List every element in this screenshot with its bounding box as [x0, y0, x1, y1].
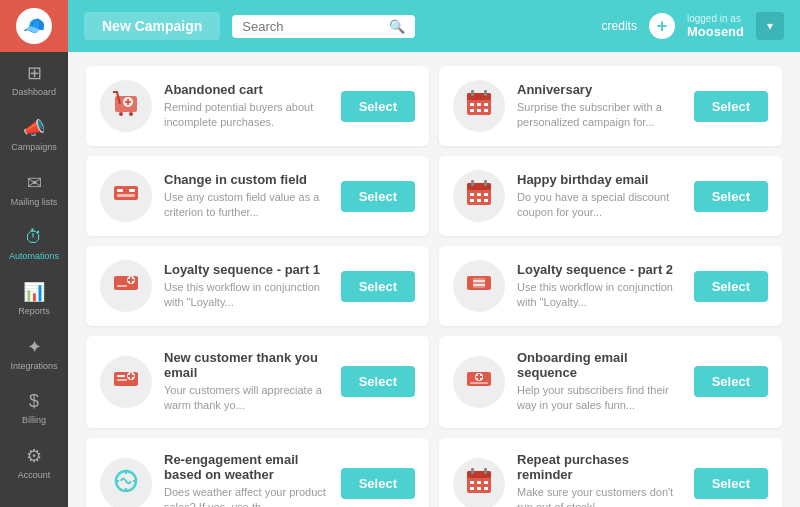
svg-rect-28 [477, 199, 481, 202]
abandoned-cart-title: Abandoned cart [164, 82, 329, 97]
anniversary-icon [464, 88, 494, 124]
loyalty-part2-text: Loyalty sequence - part 2 Use this workf… [517, 262, 682, 311]
search-input[interactable] [242, 19, 383, 34]
sidebar-item-dashboard[interactable]: ⊞ Dashboard [0, 52, 68, 107]
svg-rect-18 [117, 194, 135, 197]
logo-icon: 🧢 [16, 8, 52, 44]
sidebar-label-integrations: Integrations [10, 361, 57, 371]
loyalty-part2-icon [464, 268, 494, 304]
svg-rect-8 [471, 90, 474, 96]
happy-birthday-icon-wrap [453, 170, 505, 222]
repeat-purchases-text: Repeat purchases reminder Make sure your… [517, 452, 682, 507]
abandoned-cart-desc: Remind potential buyers about incomplete… [164, 100, 329, 131]
svg-rect-60 [477, 481, 481, 484]
campaign-card-reengagement: Re-engagement email based on weather Doe… [86, 438, 429, 507]
campaign-card-loyalty-part2: Loyalty sequence - part 2 Use this workf… [439, 246, 782, 326]
reengagement-title: Re-engagement email based on weather [164, 452, 329, 482]
svg-rect-49 [470, 382, 488, 384]
loyalty-part1-title: Loyalty sequence - part 1 [164, 262, 329, 277]
campaign-card-abandoned-cart: Abandoned cart Remind potential buyers a… [86, 66, 429, 146]
campaign-card-custom-field: Change in custom field Use any custom fi… [86, 156, 429, 236]
user-name: Moosend [687, 24, 744, 39]
campaign-card-loyalty-part1: Loyalty sequence - part 1 Use this workf… [86, 246, 429, 326]
main-content: New Campaign 🔍 credits + logged in as Mo… [68, 0, 800, 507]
page-title: New Campaign [84, 12, 220, 40]
loyalty-part2-select-button[interactable]: Select [694, 271, 768, 302]
onboarding-icon-wrap [453, 356, 505, 408]
svg-rect-17 [117, 189, 123, 192]
custom-field-icon [111, 178, 141, 214]
search-icon: 🔍 [389, 19, 405, 34]
svg-rect-62 [470, 487, 474, 490]
loyalty-part2-title: Loyalty sequence - part 2 [517, 262, 682, 277]
svg-rect-29 [484, 199, 488, 202]
sidebar-label-reports: Reports [18, 306, 50, 316]
new-customer-desc: Your customers will appreciate a warm th… [164, 383, 329, 414]
happy-birthday-icon [464, 178, 494, 214]
svg-point-2 [129, 112, 133, 116]
reports-icon: 📊 [23, 281, 45, 303]
user-info: logged in as Moosend [687, 13, 744, 39]
campaigns-icon: 📣 [23, 117, 45, 139]
svg-rect-36 [473, 278, 485, 288]
svg-rect-22 [471, 180, 474, 186]
sidebar-item-automations[interactable]: ⏱ Automations [0, 217, 68, 271]
onboarding-title: Onboarding email sequence [517, 350, 682, 380]
onboarding-text: Onboarding email sequence Help your subs… [517, 350, 682, 414]
onboarding-select-button[interactable]: Select [694, 366, 768, 397]
svg-rect-23 [484, 180, 487, 186]
svg-rect-25 [477, 193, 481, 196]
svg-rect-24 [470, 193, 474, 196]
svg-rect-14 [477, 109, 481, 112]
reengagement-text: Re-engagement email based on weather Doe… [164, 452, 329, 507]
custom-field-select-button[interactable]: Select [341, 181, 415, 212]
repeat-purchases-select-button[interactable]: Select [694, 468, 768, 499]
new-customer-text: New customer thank you email Your custom… [164, 350, 329, 414]
svg-rect-64 [484, 487, 488, 490]
new-customer-select-button[interactable]: Select [341, 366, 415, 397]
campaign-card-onboarding: Onboarding email sequence Help your subs… [439, 336, 782, 428]
loyalty-part1-select-button[interactable]: Select [341, 271, 415, 302]
svg-rect-26 [484, 193, 488, 196]
happy-birthday-title: Happy birthday email [517, 172, 682, 187]
billing-icon: $ [29, 391, 39, 412]
repeat-purchases-icon [464, 466, 494, 502]
reengagement-select-button[interactable]: Select [341, 468, 415, 499]
loyalty-part2-desc: Use this workflow in conjunction with "L… [517, 280, 682, 311]
campaign-grid: Abandoned cart Remind potential buyers a… [86, 66, 782, 507]
loyalty-part1-icon [111, 268, 141, 304]
anniversary-title: Anniversary [517, 82, 682, 97]
sidebar-item-billing[interactable]: $ Billing [0, 381, 68, 435]
reengagement-icon [111, 466, 141, 502]
anniversary-desc: Surprise the subscriber with a personali… [517, 100, 682, 131]
dashboard-icon: ⊞ [27, 62, 42, 84]
happy-birthday-select-button[interactable]: Select [694, 181, 768, 212]
custom-field-desc: Use any custom field value as a criterio… [164, 190, 329, 221]
sidebar-label-campaigns: Campaigns [11, 142, 57, 152]
account-icon: ⚙ [26, 445, 42, 467]
sidebar-item-integrations[interactable]: ✦ Integrations [0, 326, 68, 381]
sidebar-item-campaigns[interactable]: 📣 Campaigns [0, 107, 68, 162]
sidebar-label-mailing-lists: Mailing lists [11, 197, 58, 207]
new-customer-icon [111, 364, 141, 400]
anniversary-text: Anniversary Surprise the subscriber with… [517, 82, 682, 131]
logged-in-label: logged in as [687, 13, 744, 24]
svg-rect-43 [117, 375, 125, 377]
user-dropdown-button[interactable]: ▾ [756, 12, 784, 40]
sidebar-item-account[interactable]: ⚙ Account [0, 435, 68, 490]
svg-rect-9 [484, 90, 487, 96]
search-box[interactable]: 🔍 [232, 15, 415, 38]
svg-rect-34 [117, 285, 127, 287]
abandoned-cart-select-button[interactable]: Select [341, 91, 415, 122]
custom-field-title: Change in custom field [164, 172, 329, 187]
svg-rect-10 [470, 103, 474, 106]
svg-rect-12 [484, 103, 488, 106]
add-credits-button[interactable]: + [649, 13, 675, 39]
custom-field-text: Change in custom field Use any custom fi… [164, 172, 329, 221]
repeat-purchases-icon-wrap [453, 458, 505, 507]
sidebar-item-mailing-lists[interactable]: ✉ Mailing lists [0, 162, 68, 217]
anniversary-select-button[interactable]: Select [694, 91, 768, 122]
svg-rect-59 [470, 481, 474, 484]
sidebar-item-reports[interactable]: 📊 Reports [0, 271, 68, 326]
header: New Campaign 🔍 credits + logged in as Mo… [68, 0, 800, 52]
